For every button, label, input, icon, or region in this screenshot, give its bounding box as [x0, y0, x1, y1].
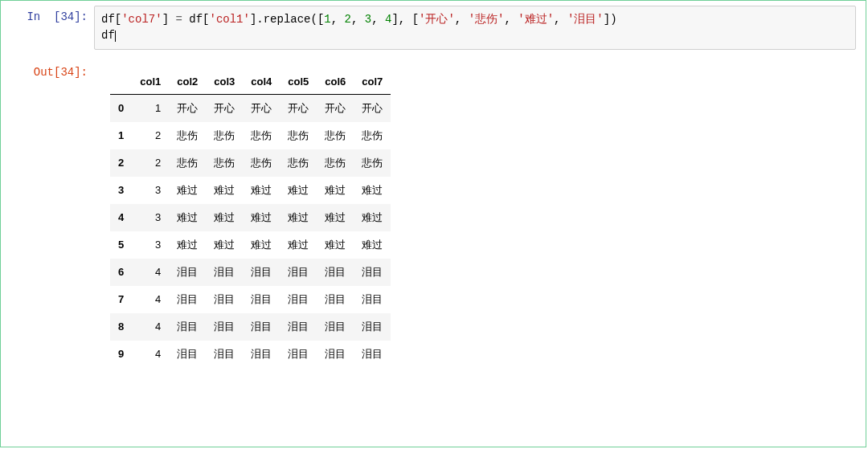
- code-token: ]: [391, 13, 398, 26]
- col-header: col5: [280, 69, 317, 95]
- cell: 难过: [206, 231, 243, 259]
- in-prompt: In [34]:: [1, 6, 94, 23]
- cell: 悲伤: [243, 149, 280, 177]
- cell: 难过: [317, 177, 354, 204]
- cell: 泪目: [206, 286, 243, 313]
- cell: 难过: [354, 204, 391, 231]
- cell: 开心: [169, 94, 206, 122]
- cell: 泪目: [243, 286, 280, 313]
- cell: 悲伤: [317, 122, 354, 149]
- cell: 悲伤: [169, 122, 206, 149]
- code-token: ,: [399, 13, 412, 26]
- cell: 泪目: [169, 286, 206, 313]
- cell: 悲伤: [206, 149, 243, 177]
- code-token: 1: [324, 13, 330, 26]
- table-row: 6 4 泪目 泪目 泪目 泪目 泪目 泪目: [110, 259, 391, 286]
- code-token: ,: [331, 13, 345, 26]
- code-token: 3: [365, 13, 371, 26]
- cell: 难过: [243, 204, 280, 231]
- code-token: [: [412, 13, 419, 26]
- cell: 泪目: [317, 286, 354, 313]
- code-token: ]: [162, 13, 169, 26]
- row-index: 1: [110, 122, 132, 149]
- cell: 开心: [354, 94, 391, 122]
- cell: 难过: [169, 204, 206, 231]
- notebook-container: In [34]: df['col7'] = df['col1'].replace…: [0, 0, 866, 447]
- cell: 泪目: [206, 259, 243, 286]
- row-index: 4: [110, 204, 132, 231]
- cell: 悲伤: [280, 149, 317, 177]
- cell: 难过: [317, 204, 354, 231]
- cell: 泪目: [243, 259, 280, 286]
- row-index: 9: [110, 341, 132, 368]
- table-row: 5 3 难过 难过 难过 难过 难过 难过: [110, 231, 391, 259]
- code-editor[interactable]: df['col7'] = df['col1'].replace([1, 2, 3…: [94, 6, 856, 50]
- code-token: df: [101, 29, 115, 42]
- table-row: 8 4 泪目 泪目 泪目 泪目 泪目 泪目: [110, 313, 391, 341]
- row-index: 8: [110, 313, 132, 341]
- code-token: df: [182, 13, 203, 26]
- cell: 3: [132, 177, 169, 204]
- row-index: 5: [110, 231, 132, 259]
- cell: 4: [132, 259, 169, 286]
- cell: 泪目: [280, 286, 317, 313]
- col-header: col1: [132, 69, 169, 95]
- row-index: 0: [110, 94, 132, 122]
- cell: 难过: [243, 177, 280, 204]
- cell: 开心: [243, 94, 280, 122]
- row-index: 2: [110, 149, 132, 177]
- cell: 泪目: [317, 341, 354, 368]
- out-prompt: Out[34]:: [1, 61, 94, 79]
- cell: 悲伤: [280, 122, 317, 149]
- cell: 2: [132, 149, 169, 177]
- cell: 难过: [206, 177, 243, 204]
- row-index: 3: [110, 177, 132, 204]
- cell: 泪目: [243, 313, 280, 341]
- code-token: =: [175, 13, 182, 26]
- code-token: ,: [554, 13, 567, 26]
- cell: 泪目: [280, 313, 317, 341]
- cell: 泪目: [206, 313, 243, 341]
- cell: 难过: [280, 177, 317, 204]
- table-row: 4 3 难过 难过 难过 难过 难过 难过: [110, 204, 391, 231]
- col-header: col4: [243, 69, 280, 95]
- cell: 泪目: [280, 259, 317, 286]
- code-token: '难过': [518, 13, 554, 26]
- cell: 难过: [280, 204, 317, 231]
- code-token: ): [610, 13, 616, 26]
- table-row: 0 1 开心 开心 开心 开心 开心 开心: [110, 94, 391, 122]
- code-token: ,: [351, 13, 365, 26]
- table-row: 1 2 悲伤 悲伤 悲伤 悲伤 悲伤 悲伤: [110, 122, 391, 149]
- cell: 泪目: [317, 259, 354, 286]
- code-token: .replace(: [256, 13, 317, 26]
- table-row: 9 4 泪目 泪目 泪目 泪目 泪目 泪目: [110, 341, 391, 368]
- code-token: ,: [504, 13, 518, 26]
- cell: 悲伤: [317, 149, 354, 177]
- cell: 4: [132, 313, 169, 341]
- code-token: 'col7': [121, 13, 162, 26]
- output-cell: Out[34]: col1 col2 col3 col4 col5 col6 c…: [1, 61, 866, 368]
- col-header: col2: [169, 69, 206, 95]
- cell: 泪目: [280, 341, 317, 368]
- cell: 4: [132, 341, 169, 368]
- cell: 4: [132, 286, 169, 313]
- table-row: 3 3 难过 难过 难过 难过 难过 难过: [110, 177, 391, 204]
- table-row: 7 4 泪目 泪目 泪目 泪目 泪目 泪目: [110, 286, 391, 313]
- code-token: df: [101, 13, 115, 26]
- code-token: '悲伤': [469, 13, 505, 26]
- table-header-row: col1 col2 col3 col4 col5 col6 col7: [110, 69, 391, 95]
- cell: 泪目: [169, 259, 206, 286]
- cell: 泪目: [354, 259, 391, 286]
- col-header: col7: [354, 69, 391, 95]
- code-token: 2: [345, 13, 351, 26]
- cell: 开心: [206, 94, 243, 122]
- cell: 3: [132, 231, 169, 259]
- cell: 难过: [206, 204, 243, 231]
- table-row: 2 2 悲伤 悲伤 悲伤 悲伤 悲伤 悲伤: [110, 149, 391, 177]
- code-token: 'col1': [209, 13, 249, 26]
- row-index: 7: [110, 286, 132, 313]
- code-token: '泪目': [567, 13, 604, 26]
- cell: 泪目: [206, 341, 243, 368]
- cell: 难过: [169, 231, 206, 259]
- cell: 难过: [243, 231, 280, 259]
